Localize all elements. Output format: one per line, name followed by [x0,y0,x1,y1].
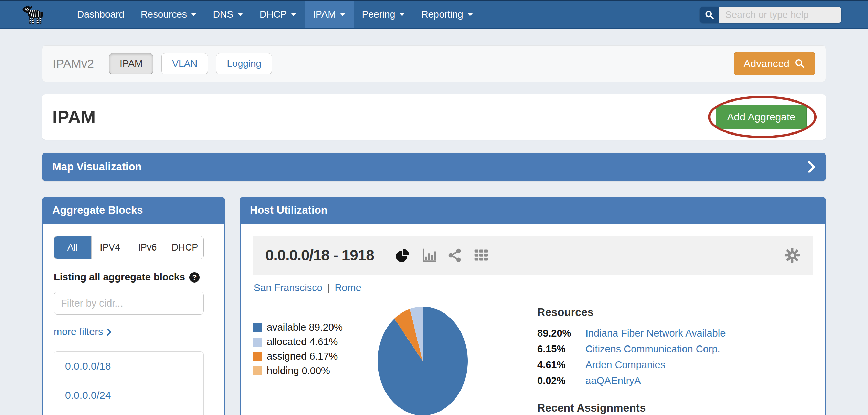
legend-label: assigned 6.17% [267,351,338,362]
resource-row: 0.02%aaQAEntryA [537,375,813,386]
nav-item-dns[interactable]: DNS [205,1,251,28]
pie-slice-available[interactable] [378,307,468,415]
legend-item: available 89.20% [253,322,377,333]
legend-swatch [253,338,262,347]
aggregate-blocks-header: Aggregate Blocks [42,197,225,224]
filter-tab-all[interactable]: All [54,236,91,259]
global-search [700,7,841,23]
nav-item-label: DNS [213,9,233,20]
resource-row: 6.15%Citizens Communication Corp. [537,343,813,355]
aggregate-block-list: 0.0.0.0/180.0.0.0/241.1.0.0/201.1.4.0/24 [54,351,204,415]
nav-item-label: Dashboard [77,9,124,20]
pie-chart-icon[interactable] [395,247,411,263]
resource-percent: 6.15% [537,343,579,355]
nav-item-label: Reporting [421,9,463,20]
map-visualization-bar[interactable]: Map Visualization [42,153,826,181]
host-utilization-header: Host Utilization [240,197,826,224]
legend-item: holding 0.00% [253,365,377,376]
chevron-down-icon [191,13,197,16]
legend-swatch [253,323,262,332]
recent-assignments-heading: Recent Assignments [537,402,813,414]
legend-label: available 89.20% [267,322,343,333]
search-icon [794,58,805,69]
pie-legend: available 89.20%allocated 4.61%assigned … [253,306,377,415]
host-utilization-panel: Host Utilization 0.0.0.0/18 - 1918 [240,197,826,415]
location-link[interactable]: San Franscisco [254,282,322,294]
ipamv2-subheader: IPAMv2 IPAMVLANLogging Advanced [42,45,826,82]
legend-label: holding 0.00% [267,365,330,376]
tab-logging[interactable]: Logging [216,53,272,74]
block-title: 0.0.0.0/18 - 1918 [265,247,374,264]
advanced-button[interactable]: Advanced [734,52,815,75]
zebra-logo[interactable] [0,1,69,28]
listing-label: Listing all aggregate blocks [54,272,185,283]
location-links: San Franscisco|Rome [253,275,813,297]
aggregate-filter-tabs: AllIPV4IPv6DHCP [54,236,204,259]
resource-percent: 0.02% [537,375,579,386]
nav-item-peering[interactable]: Peering [354,1,413,28]
top-navbar: DashboardResourcesDNSDHCPIPAMPeeringRepo… [0,0,868,29]
nav-items: DashboardResourcesDNSDHCPIPAMPeeringRepo… [69,1,481,28]
nav-item-label: IPAM [313,9,336,20]
location-link[interactable]: Rome [335,282,361,294]
resource-row: 89.20%Indiana Fiber Network Available [537,328,813,339]
legend-label: allocated 4.61% [267,336,338,348]
nav-item-dhcp[interactable]: DHCP [251,1,305,28]
resource-link[interactable]: aaQAEntryA [585,375,813,386]
chevron-down-icon [467,13,473,16]
add-aggregate-button[interactable]: Add Aggregate [716,105,807,129]
filter-tab-ipv4[interactable]: IPV4 [91,236,129,259]
resource-link[interactable]: Indiana Fiber Network Available [585,328,813,339]
chevron-down-icon [340,13,346,16]
chevron-right-icon [106,328,112,336]
bar-chart-icon[interactable] [421,247,437,263]
location-divider: | [327,282,330,294]
resource-link[interactable]: Citizens Communication Corp. [585,343,813,355]
map-visualization-label: Map Visualization [52,161,142,173]
gear-icon[interactable] [784,247,800,263]
page-title: IPAM [52,107,96,127]
subheader-title: IPAMv2 [53,57,94,71]
resource-percent: 89.20% [537,328,579,339]
aggregate-block-link[interactable]: 1.1.0.0/20 [54,410,203,415]
resource-link[interactable]: Arden Companies [585,359,813,371]
cidr-filter-input[interactable] [54,292,204,315]
aggregate-blocks-panel: Aggregate Blocks AllIPV4IPv6DHCP Listing… [42,197,225,415]
legend-swatch [253,352,262,361]
nav-item-reporting[interactable]: Reporting [413,1,481,28]
grid-view-icon[interactable] [473,247,489,263]
resource-percent: 4.61% [537,359,579,371]
legend-swatch [253,366,262,375]
zebra-icon [20,3,49,26]
aggregate-block-link[interactable]: 0.0.0.0/24 [54,381,203,410]
view-tabs: IPAMVLANLogging [109,53,272,74]
resource-row: 4.61%Arden Companies [537,359,813,371]
nav-item-label: Resources [141,9,187,20]
nav-item-resources[interactable]: Resources [133,1,205,28]
tab-ipam[interactable]: IPAM [109,53,153,74]
chevron-right-icon [807,161,816,173]
resources-heading: Resources [537,306,813,319]
search-input[interactable] [719,7,841,23]
aggregate-block-link[interactable]: 0.0.0.0/18 [54,352,203,381]
chevron-down-icon [291,13,296,16]
host-utilization-toolbar: 0.0.0.0/18 - 1918 [253,236,813,275]
nav-item-label: Peering [362,9,395,20]
advanced-label: Advanced [744,58,790,70]
help-icon[interactable]: ? [189,272,200,283]
chevron-down-icon [399,13,405,16]
nav-item-dashboard[interactable]: Dashboard [69,1,133,28]
legend-item: allocated 4.61% [253,336,377,348]
legend-item: assigned 6.17% [253,351,377,362]
tab-vlan[interactable]: VLAN [161,53,208,74]
ipam-title-panel: IPAM Add Aggregate [42,94,826,140]
nav-item-ipam[interactable]: IPAM [305,1,353,28]
resources-rows: 89.20%Indiana Fiber Network Available6.1… [537,328,813,386]
search-icon[interactable] [700,7,719,23]
filter-tab-ipv6[interactable]: IPv6 [129,236,166,259]
share-icon[interactable] [447,247,463,263]
nav-item-label: DHCP [260,9,287,20]
filter-tab-dhcp[interactable]: DHCP [166,236,203,259]
more-filters-label: more filters [54,326,103,338]
more-filters-link[interactable]: more filters [54,326,112,338]
